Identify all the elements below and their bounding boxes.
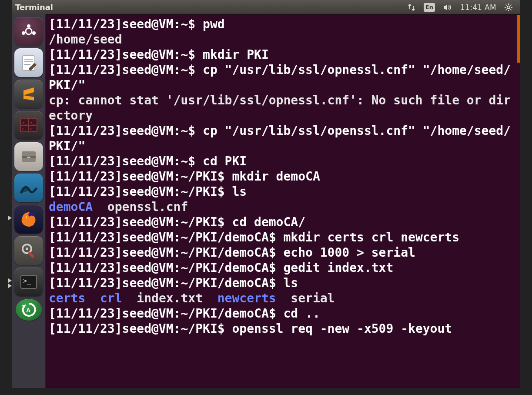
screen: Terminal En 11:41 AM bbox=[0, 0, 532, 395]
svg-point-11 bbox=[32, 31, 36, 35]
menubar: Terminal En 11:41 AM bbox=[12, 0, 520, 14]
svg-line-15 bbox=[31, 32, 32, 33]
menubar-app-title: Terminal bbox=[15, 3, 53, 12]
svg-text:>_: >_ bbox=[30, 127, 35, 131]
clock[interactable]: 11:41 AM bbox=[456, 0, 500, 14]
volume-icon[interactable] bbox=[439, 0, 456, 14]
launcher-wireshark[interactable] bbox=[14, 174, 43, 202]
launcher: >_ >_ >_ >_ bbox=[12, 14, 46, 388]
terminal-window[interactable]: [11/11/23]seed@VM:~$ pwd /home/seed [11/… bbox=[46, 14, 520, 388]
pip-icon bbox=[8, 216, 12, 220]
svg-point-0 bbox=[507, 6, 510, 8]
svg-point-9 bbox=[27, 24, 30, 28]
launcher-firefox[interactable] bbox=[14, 205, 43, 234]
launcher-files[interactable] bbox=[14, 142, 43, 171]
launcher-settings[interactable] bbox=[14, 236, 43, 265]
terminal-output[interactable]: [11/11/23]seed@VM:~$ pwd /home/seed [11/… bbox=[46, 15, 520, 388]
keyboard-lang-indicator[interactable]: En bbox=[420, 0, 439, 14]
svg-point-10 bbox=[22, 31, 25, 35]
svg-rect-33 bbox=[27, 251, 34, 258]
keyboard-lang-label: En bbox=[424, 3, 435, 12]
gear-icon[interactable] bbox=[500, 0, 517, 14]
launcher-text-editor[interactable] bbox=[14, 48, 43, 77]
svg-text:>_: >_ bbox=[22, 121, 27, 125]
launcher-software-updater[interactable]: A bbox=[16, 299, 42, 321]
svg-text:>_: >_ bbox=[22, 127, 27, 131]
launcher-sublime[interactable] bbox=[14, 80, 43, 108]
svg-rect-29 bbox=[27, 157, 30, 158]
svg-text:A: A bbox=[26, 307, 30, 314]
pip-icon bbox=[8, 284, 12, 288]
network-icon[interactable] bbox=[403, 0, 420, 14]
svg-point-12 bbox=[26, 28, 32, 34]
svg-text:>_: >_ bbox=[23, 277, 31, 285]
launcher-terminal[interactable]: >_ bbox=[14, 268, 43, 296]
launcher-terminator[interactable]: >_ >_ >_ >_ bbox=[14, 111, 43, 140]
svg-line-14 bbox=[25, 32, 26, 33]
svg-point-32 bbox=[26, 248, 28, 250]
svg-line-7 bbox=[506, 9, 507, 10]
pip-icon bbox=[8, 278, 12, 283]
svg-line-6 bbox=[510, 9, 511, 10]
launcher-dash[interactable] bbox=[14, 17, 43, 46]
svg-line-5 bbox=[506, 4, 507, 5]
svg-line-8 bbox=[510, 4, 511, 5]
svg-text:>_: >_ bbox=[30, 121, 35, 125]
